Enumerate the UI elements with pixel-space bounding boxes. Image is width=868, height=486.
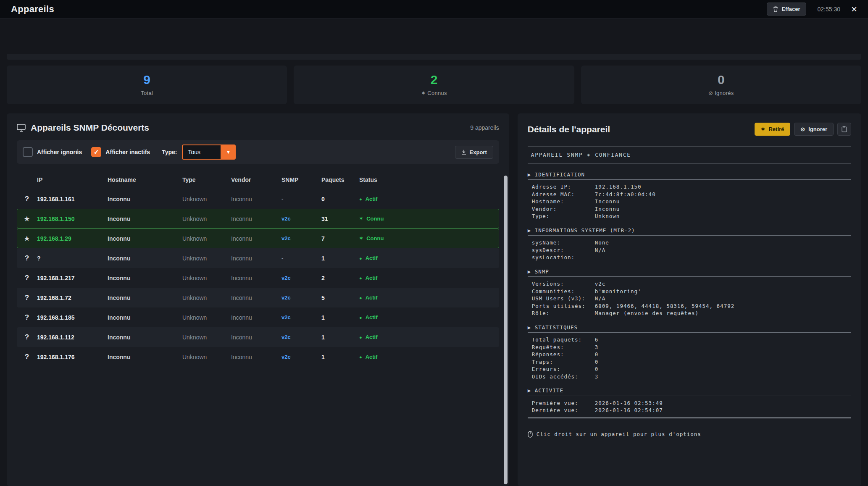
cell-snmp: v2c xyxy=(281,235,321,242)
devices-panel-title-text: Appareils SNMP Découverts xyxy=(31,123,149,133)
device-count: 9 appareils xyxy=(470,124,499,131)
page-title: Appareils xyxy=(11,4,54,15)
cell-type: Unknown xyxy=(182,275,231,281)
cell-type: Unknown xyxy=(182,334,231,341)
detail-row: sysName:None xyxy=(528,239,851,247)
table-row[interactable]: ??InconnuUnknownInconnu-1●Actif xyxy=(17,248,499,268)
detail-value: N/A xyxy=(595,247,606,254)
status-badge: ●Actif xyxy=(359,294,499,301)
detail-value: Manager (envoie des requêtes) xyxy=(595,310,699,317)
copy-button[interactable] xyxy=(837,123,851,136)
cell-packets: 2 xyxy=(321,275,359,281)
main-content: Appareils SNMP Découverts 9 appareils Af… xyxy=(7,113,861,486)
detail-row: Hostname:Inconnu xyxy=(528,198,851,205)
detail-label: Communities: xyxy=(532,288,595,295)
cell-ip: 192.168.1.176 xyxy=(37,354,108,360)
detail-row: Traps:0 xyxy=(528,358,851,366)
detail-label: Vendor: xyxy=(532,205,595,213)
details-actions: ✶ Retiré ⊘ Ignorer xyxy=(755,123,851,136)
detail-row: Erreurs:0 xyxy=(528,365,851,373)
ignore-button[interactable]: ⊘ Ignorer xyxy=(794,123,834,136)
detail-label: Traps: xyxy=(532,358,595,366)
cell-ip: 192.168.1.72 xyxy=(37,294,108,301)
status-label: Actif xyxy=(366,275,378,281)
detail-row: Total paquets:6 xyxy=(528,336,851,344)
cell-ip: 192.168.1.150 xyxy=(37,215,108,222)
thin-separator xyxy=(528,276,851,277)
stat-card-total: 9 Total xyxy=(7,66,287,104)
column-vendor: Vendor xyxy=(231,176,281,183)
cell-packets: 5 xyxy=(321,294,359,301)
vertical-scrollbar[interactable] xyxy=(504,176,508,484)
show-ignored-label: Afficher ignorés xyxy=(37,149,82,155)
question-icon: ? xyxy=(17,333,37,342)
cell-vendor: Inconnu xyxy=(231,294,281,301)
devices-panel: Appareils SNMP Découverts 9 appareils Af… xyxy=(7,113,509,486)
table-row[interactable]: ?192.168.1.185InconnuUnknownInconnuv2c1●… xyxy=(17,307,499,327)
checkbox-checked-icon[interactable]: ✓ xyxy=(91,147,101,157)
cell-packets: 1 xyxy=(321,314,359,321)
detail-label: Réponses: xyxy=(532,351,595,358)
status-label: Connu xyxy=(366,235,384,242)
stat-card-ignored: 0 ⊘ Ignorés xyxy=(581,66,861,104)
table-row[interactable]: ★192.168.1.150InconnuUnknownInconnuv2c31… xyxy=(17,209,499,229)
status-label: Actif xyxy=(366,294,378,301)
cell-snmp: v2c xyxy=(281,215,321,222)
cell-vendor: Inconnu xyxy=(231,275,281,281)
question-icon: ? xyxy=(17,254,37,263)
filter-toolbar: Afficher ignorés ✓ Afficher inactifs Typ… xyxy=(17,140,499,164)
detail-value: 2026-01-16 02:54:07 xyxy=(595,407,663,414)
cell-snmp: v2c xyxy=(281,354,321,360)
detail-row: Versions:v2c xyxy=(528,280,851,288)
show-ignored-checkbox[interactable]: Afficher ignorés xyxy=(23,147,86,157)
cell-type: Unknown xyxy=(182,354,231,360)
detail-row: Communities:b'monitoring' xyxy=(528,288,851,295)
detail-value: 6 xyxy=(595,336,599,344)
top-strip xyxy=(7,54,861,60)
export-button[interactable]: Export xyxy=(455,146,493,159)
detail-value: 3 xyxy=(595,373,599,381)
detail-row: Rôle:Manager (envoie des requêtes) xyxy=(528,310,851,317)
question-icon: ? xyxy=(17,195,37,203)
detail-label: sysLocation: xyxy=(532,254,595,261)
stat-card-known: 2 ✶ Connus xyxy=(294,66,574,104)
export-button-label: Export xyxy=(470,149,487,155)
device-table-header: IP Hostname Type Vendor SNMP Paquets Sta… xyxy=(17,171,499,189)
type-select[interactable]: Tous ▼ xyxy=(182,144,236,160)
table-row[interactable]: ?192.168.1.217InconnuUnknownInconnuv2c2●… xyxy=(17,268,499,288)
type-select-value[interactable]: Tous xyxy=(182,144,221,160)
table-row[interactable]: ?192.168.1.161InconnuUnknownInconnu-0●Ac… xyxy=(17,189,499,209)
thin-separator xyxy=(528,396,851,396)
dot-icon: ● xyxy=(359,256,362,261)
show-inactive-checkbox[interactable]: ✓ Afficher inactifs xyxy=(91,147,154,157)
stat-total-label: Total xyxy=(141,90,153,96)
detail-value: 3 xyxy=(595,344,599,351)
cell-packets: 7 xyxy=(321,235,359,242)
detail-label: Requêtes: xyxy=(532,344,595,351)
star-icon: ✶ xyxy=(761,126,765,132)
question-icon: ? xyxy=(17,353,37,361)
thin-separator xyxy=(528,332,851,333)
retired-button[interactable]: ✶ Retiré xyxy=(755,123,791,136)
dot-icon: ● xyxy=(359,355,362,360)
detail-label: sysName: xyxy=(532,239,595,247)
detail-value: None xyxy=(595,239,609,247)
detail-label: USM Users (v3): xyxy=(532,295,595,302)
detail-label: Adresse IP: xyxy=(532,183,595,191)
detail-row: USM Users (v3):N/A xyxy=(528,295,851,302)
chevron-down-icon[interactable]: ▼ xyxy=(221,144,236,160)
close-icon[interactable]: × xyxy=(851,4,857,14)
detail-row: Première vue:2026-01-16 02:53:49 xyxy=(528,399,851,407)
table-row[interactable]: ?192.168.1.112InconnuUnknownInconnuv2c1●… xyxy=(17,327,499,347)
checkbox-unchecked-icon[interactable] xyxy=(23,147,33,157)
status-label: Actif xyxy=(366,196,378,202)
table-row[interactable]: ?192.168.1.176InconnuUnknownInconnuv2c1●… xyxy=(17,347,499,367)
table-row[interactable]: ★192.168.1.29InconnuUnknownInconnuv2c7✶C… xyxy=(17,229,499,248)
status-label: Actif xyxy=(366,354,378,360)
details-panel-header: Détails de l'appareil ✶ Retiré ⊘ Ignorer xyxy=(528,123,851,136)
detail-label: Dernière vue: xyxy=(532,407,595,414)
clear-button[interactable]: Effacer xyxy=(767,3,806,16)
context-menu-hint: Clic droit sur un appareil pour plus d'o… xyxy=(528,431,851,438)
table-row[interactable]: ?192.168.1.72InconnuUnknownInconnuv2c5●A… xyxy=(17,288,499,307)
detail-row: Type:Unknown xyxy=(528,213,851,220)
